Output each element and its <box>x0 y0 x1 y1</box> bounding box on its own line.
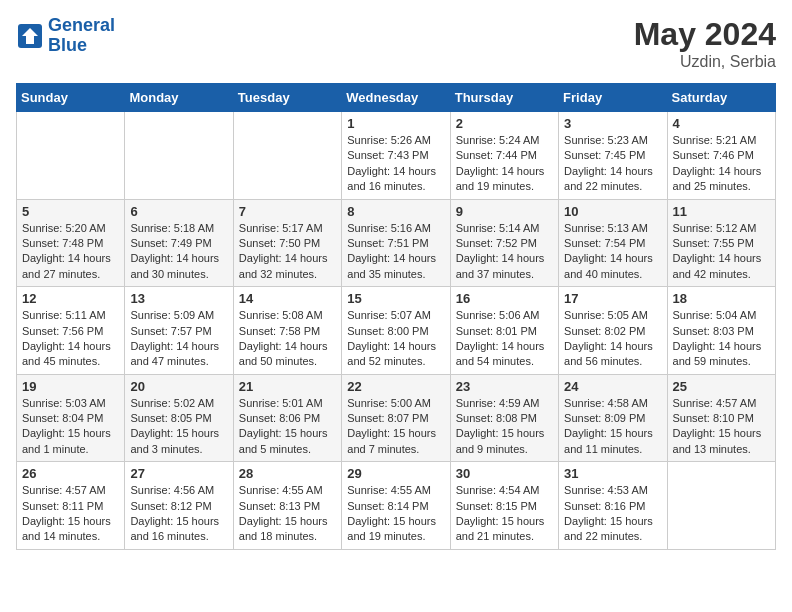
day-info: Sunrise: 4:58 AM Sunset: 8:09 PM Dayligh… <box>564 396 661 458</box>
calendar-day-cell: 11Sunrise: 5:12 AM Sunset: 7:55 PM Dayli… <box>667 199 775 287</box>
calendar-day-cell: 16Sunrise: 5:06 AM Sunset: 8:01 PM Dayli… <box>450 287 558 375</box>
empty-cell <box>125 112 233 200</box>
day-number: 4 <box>673 116 770 131</box>
day-info: Sunrise: 4:59 AM Sunset: 8:08 PM Dayligh… <box>456 396 553 458</box>
day-number: 5 <box>22 204 119 219</box>
weekday-header-thursday: Thursday <box>450 84 558 112</box>
empty-cell <box>17 112 125 200</box>
day-number: 20 <box>130 379 227 394</box>
day-info: Sunrise: 5:11 AM Sunset: 7:56 PM Dayligh… <box>22 308 119 370</box>
day-info: Sunrise: 5:05 AM Sunset: 8:02 PM Dayligh… <box>564 308 661 370</box>
day-info: Sunrise: 5:07 AM Sunset: 8:00 PM Dayligh… <box>347 308 444 370</box>
day-number: 24 <box>564 379 661 394</box>
calendar-day-cell: 3Sunrise: 5:23 AM Sunset: 7:45 PM Daylig… <box>559 112 667 200</box>
calendar-day-cell: 4Sunrise: 5:21 AM Sunset: 7:46 PM Daylig… <box>667 112 775 200</box>
day-info: Sunrise: 5:04 AM Sunset: 8:03 PM Dayligh… <box>673 308 770 370</box>
day-info: Sunrise: 5:24 AM Sunset: 7:44 PM Dayligh… <box>456 133 553 195</box>
day-info: Sunrise: 4:55 AM Sunset: 8:13 PM Dayligh… <box>239 483 336 545</box>
day-number: 18 <box>673 291 770 306</box>
calendar-day-cell: 26Sunrise: 4:57 AM Sunset: 8:11 PM Dayli… <box>17 462 125 550</box>
day-info: Sunrise: 4:56 AM Sunset: 8:12 PM Dayligh… <box>130 483 227 545</box>
calendar-day-cell: 25Sunrise: 4:57 AM Sunset: 8:10 PM Dayli… <box>667 374 775 462</box>
day-info: Sunrise: 5:01 AM Sunset: 8:06 PM Dayligh… <box>239 396 336 458</box>
calendar-table: SundayMondayTuesdayWednesdayThursdayFrid… <box>16 83 776 550</box>
day-info: Sunrise: 5:02 AM Sunset: 8:05 PM Dayligh… <box>130 396 227 458</box>
empty-cell <box>667 462 775 550</box>
calendar-week-row: 26Sunrise: 4:57 AM Sunset: 8:11 PM Dayli… <box>17 462 776 550</box>
day-number: 9 <box>456 204 553 219</box>
day-info: Sunrise: 4:57 AM Sunset: 8:10 PM Dayligh… <box>673 396 770 458</box>
day-info: Sunrise: 5:08 AM Sunset: 7:58 PM Dayligh… <box>239 308 336 370</box>
day-info: Sunrise: 4:55 AM Sunset: 8:14 PM Dayligh… <box>347 483 444 545</box>
logo: General Blue <box>16 16 115 56</box>
day-number: 13 <box>130 291 227 306</box>
calendar-day-cell: 28Sunrise: 4:55 AM Sunset: 8:13 PM Dayli… <box>233 462 341 550</box>
calendar-day-cell: 8Sunrise: 5:16 AM Sunset: 7:51 PM Daylig… <box>342 199 450 287</box>
weekday-header-wednesday: Wednesday <box>342 84 450 112</box>
calendar-day-cell: 17Sunrise: 5:05 AM Sunset: 8:02 PM Dayli… <box>559 287 667 375</box>
calendar-day-cell: 15Sunrise: 5:07 AM Sunset: 8:00 PM Dayli… <box>342 287 450 375</box>
day-number: 17 <box>564 291 661 306</box>
day-number: 7 <box>239 204 336 219</box>
day-number: 12 <box>22 291 119 306</box>
day-number: 30 <box>456 466 553 481</box>
day-number: 8 <box>347 204 444 219</box>
logo-line2: Blue <box>48 36 115 56</box>
weekday-header-friday: Friday <box>559 84 667 112</box>
day-number: 14 <box>239 291 336 306</box>
day-info: Sunrise: 5:12 AM Sunset: 7:55 PM Dayligh… <box>673 221 770 283</box>
day-info: Sunrise: 5:23 AM Sunset: 7:45 PM Dayligh… <box>564 133 661 195</box>
day-info: Sunrise: 4:57 AM Sunset: 8:11 PM Dayligh… <box>22 483 119 545</box>
calendar-day-cell: 29Sunrise: 4:55 AM Sunset: 8:14 PM Dayli… <box>342 462 450 550</box>
day-number: 29 <box>347 466 444 481</box>
day-number: 1 <box>347 116 444 131</box>
day-info: Sunrise: 5:20 AM Sunset: 7:48 PM Dayligh… <box>22 221 119 283</box>
day-number: 31 <box>564 466 661 481</box>
weekday-header-monday: Monday <box>125 84 233 112</box>
weekday-header-row: SundayMondayTuesdayWednesdayThursdayFrid… <box>17 84 776 112</box>
calendar-day-cell: 6Sunrise: 5:18 AM Sunset: 7:49 PM Daylig… <box>125 199 233 287</box>
calendar-day-cell: 31Sunrise: 4:53 AM Sunset: 8:16 PM Dayli… <box>559 462 667 550</box>
month-title: May 2024 <box>634 16 776 53</box>
day-info: Sunrise: 5:03 AM Sunset: 8:04 PM Dayligh… <box>22 396 119 458</box>
calendar-day-cell: 21Sunrise: 5:01 AM Sunset: 8:06 PM Dayli… <box>233 374 341 462</box>
calendar-day-cell: 30Sunrise: 4:54 AM Sunset: 8:15 PM Dayli… <box>450 462 558 550</box>
calendar-day-cell: 2Sunrise: 5:24 AM Sunset: 7:44 PM Daylig… <box>450 112 558 200</box>
day-number: 26 <box>22 466 119 481</box>
calendar-day-cell: 18Sunrise: 5:04 AM Sunset: 8:03 PM Dayli… <box>667 287 775 375</box>
day-number: 27 <box>130 466 227 481</box>
day-number: 3 <box>564 116 661 131</box>
day-info: Sunrise: 4:54 AM Sunset: 8:15 PM Dayligh… <box>456 483 553 545</box>
calendar-day-cell: 10Sunrise: 5:13 AM Sunset: 7:54 PM Dayli… <box>559 199 667 287</box>
day-number: 10 <box>564 204 661 219</box>
day-info: Sunrise: 5:14 AM Sunset: 7:52 PM Dayligh… <box>456 221 553 283</box>
logo-icon <box>16 22 44 50</box>
weekday-header-sunday: Sunday <box>17 84 125 112</box>
location: Uzdin, Serbia <box>634 53 776 71</box>
calendar-day-cell: 23Sunrise: 4:59 AM Sunset: 8:08 PM Dayli… <box>450 374 558 462</box>
calendar-day-cell: 14Sunrise: 5:08 AM Sunset: 7:58 PM Dayli… <box>233 287 341 375</box>
day-info: Sunrise: 5:17 AM Sunset: 7:50 PM Dayligh… <box>239 221 336 283</box>
calendar-day-cell: 9Sunrise: 5:14 AM Sunset: 7:52 PM Daylig… <box>450 199 558 287</box>
calendar-week-row: 12Sunrise: 5:11 AM Sunset: 7:56 PM Dayli… <box>17 287 776 375</box>
calendar-week-row: 5Sunrise: 5:20 AM Sunset: 7:48 PM Daylig… <box>17 199 776 287</box>
day-info: Sunrise: 4:53 AM Sunset: 8:16 PM Dayligh… <box>564 483 661 545</box>
day-number: 2 <box>456 116 553 131</box>
empty-cell <box>233 112 341 200</box>
day-info: Sunrise: 5:18 AM Sunset: 7:49 PM Dayligh… <box>130 221 227 283</box>
day-number: 21 <box>239 379 336 394</box>
day-info: Sunrise: 5:16 AM Sunset: 7:51 PM Dayligh… <box>347 221 444 283</box>
calendar-week-row: 1Sunrise: 5:26 AM Sunset: 7:43 PM Daylig… <box>17 112 776 200</box>
calendar-day-cell: 7Sunrise: 5:17 AM Sunset: 7:50 PM Daylig… <box>233 199 341 287</box>
calendar-day-cell: 5Sunrise: 5:20 AM Sunset: 7:48 PM Daylig… <box>17 199 125 287</box>
calendar-day-cell: 20Sunrise: 5:02 AM Sunset: 8:05 PM Dayli… <box>125 374 233 462</box>
calendar-day-cell: 1Sunrise: 5:26 AM Sunset: 7:43 PM Daylig… <box>342 112 450 200</box>
day-info: Sunrise: 5:26 AM Sunset: 7:43 PM Dayligh… <box>347 133 444 195</box>
calendar-week-row: 19Sunrise: 5:03 AM Sunset: 8:04 PM Dayli… <box>17 374 776 462</box>
weekday-header-tuesday: Tuesday <box>233 84 341 112</box>
logo-text: General Blue <box>48 16 115 56</box>
day-number: 6 <box>130 204 227 219</box>
calendar-day-cell: 12Sunrise: 5:11 AM Sunset: 7:56 PM Dayli… <box>17 287 125 375</box>
day-info: Sunrise: 5:21 AM Sunset: 7:46 PM Dayligh… <box>673 133 770 195</box>
day-info: Sunrise: 5:00 AM Sunset: 8:07 PM Dayligh… <box>347 396 444 458</box>
